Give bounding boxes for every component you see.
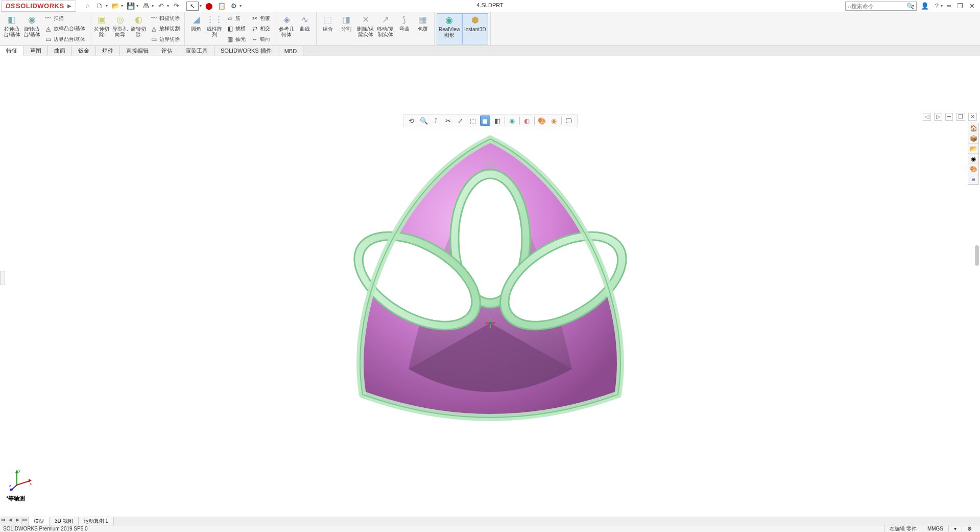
swept-cut-button[interactable]: 〰扫描切除	[149, 14, 181, 23]
extruded-boss-button[interactable]: ◧拉伸凸 台/基体	[2, 13, 22, 44]
tab-sketch[interactable]: 草图	[24, 46, 48, 56]
lofted-cut-button[interactable]: ◬放样切割	[149, 25, 181, 33]
nav-next-icon[interactable]: ▶	[14, 517, 21, 525]
combine-button[interactable]: ⬚组合	[319, 13, 337, 44]
tab-sheetmetal[interactable]: 钣金	[72, 46, 96, 56]
close-icon[interactable]: ✕	[967, 2, 977, 10]
save-icon[interactable]: 💾	[126, 2, 135, 11]
settings-icon[interactable]: ⚙	[229, 2, 238, 11]
tab-render-tools[interactable]: 渲染工具	[179, 46, 214, 56]
select-tool[interactable]: ↖	[186, 2, 199, 11]
swept-boss-button[interactable]: 〰扫描	[43, 14, 87, 23]
options-icon[interactable]: 📋	[217, 2, 226, 11]
custom-properties-icon[interactable]: ≡	[968, 174, 978, 184]
logo-expand-icon[interactable]: ▶	[67, 3, 71, 9]
tab-features[interactable]: 特征	[0, 46, 24, 56]
btn-label: Instant3D	[464, 27, 486, 32]
draft-button[interactable]: ◧拔模	[225, 25, 247, 33]
home-icon[interactable]: ⌂	[83, 2, 92, 11]
revolved-boss-button[interactable]: ◉旋转凸 台/基体	[22, 13, 42, 44]
btn-label: 扫描切除	[159, 15, 180, 22]
wrap-body-button[interactable]: ▦包覆	[414, 13, 432, 44]
doc-close-icon[interactable]: ✕	[968, 113, 977, 121]
instant3d-button[interactable]: ⬢Instant3D	[462, 13, 488, 44]
reference-geometry-button[interactable]: ◈参考几 何体	[277, 13, 296, 44]
tab-evaluate[interactable]: 评估	[155, 46, 179, 56]
user-icon[interactable]: 👤	[919, 2, 931, 10]
feature-tree-flyout-handle[interactable]	[0, 271, 5, 285]
revolved-cut-button[interactable]: ◐旋转切 除	[129, 13, 148, 44]
btn-label: 分割	[341, 26, 351, 32]
wrap-button[interactable]: ✂包覆	[250, 14, 271, 23]
status-units[interactable]: MMGS	[922, 526, 948, 531]
help-dropdown-icon[interactable]: ▾	[941, 4, 943, 8]
doc-restore-icon[interactable]: ❐	[956, 113, 965, 121]
intersect-button[interactable]: ⇄相交	[250, 25, 271, 33]
curves-button[interactable]: ∿曲线	[296, 13, 314, 44]
doc-expand-right-icon[interactable]: ▷	[934, 113, 942, 121]
design-library-icon[interactable]: 📦	[968, 133, 978, 144]
select-dropdown-icon[interactable]: ▾	[200, 4, 202, 8]
tab-direct-editing[interactable]: 直接编辑	[120, 46, 155, 56]
file-explorer-icon[interactable]: 📂	[968, 144, 978, 154]
shell-button[interactable]: ▥抽壳	[225, 35, 247, 43]
lofted-boss-button[interactable]: ◬放样凸台/基体	[43, 25, 87, 33]
restore-icon[interactable]: ❐	[955, 2, 965, 10]
nav-first-icon[interactable]: ⏮	[0, 517, 7, 525]
boundary-cut-button[interactable]: ▭边界切除	[149, 35, 181, 43]
tab-surfaces[interactable]: 曲面	[48, 46, 72, 56]
tab-weldments[interactable]: 焊件	[96, 46, 120, 56]
save-dropdown-icon[interactable]: ▾	[136, 4, 138, 8]
open-dropdown-icon[interactable]: ▾	[121, 4, 123, 8]
search-input[interactable]	[851, 3, 905, 9]
flex-button[interactable]: ⟆弯曲	[395, 13, 414, 44]
nav-last-icon[interactable]: ⏭	[21, 517, 29, 525]
print-icon[interactable]: 🖶	[141, 2, 151, 11]
boundary-boss-button[interactable]: ▭边界凸台/基体	[43, 35, 87, 43]
new-icon[interactable]: 🗋	[95, 2, 105, 11]
sw-resources-icon[interactable]: 🏠	[968, 123, 978, 133]
search-box[interactable]: ⌕ 🔍▾	[845, 2, 917, 11]
graphics-area[interactable]: ⟲ 🔍 ⤴ ✂ ⤢ ⬚ ◼ ◧ ◉ ◐ 🎨 ◉ 🖵 ◁ ▷ ━ ❐ ✕ 🏠 📦 …	[0, 56, 980, 517]
linear-pattern-button[interactable]: ⋮⋮线性阵 列	[205, 13, 224, 44]
bottom-tab-motion-study[interactable]: 运动算例 1	[79, 517, 114, 525]
draft-icon: ◧	[226, 25, 234, 33]
help-icon[interactable]: ?	[933, 2, 941, 10]
settings-dropdown-icon[interactable]: ▾	[240, 4, 242, 8]
bottom-tab-3dview[interactable]: 3D 视图	[50, 517, 79, 525]
search-dropdown-icon[interactable]: ▾	[912, 4, 914, 8]
move-copy-body-button[interactable]: ↗移动/复 制实体	[375, 13, 395, 44]
new-dropdown-icon[interactable]: ▾	[106, 4, 108, 8]
bottom-tab-model[interactable]: 模型	[29, 517, 50, 525]
status-dropdown-icon[interactable]: ▾	[948, 526, 962, 531]
mirror-button[interactable]: ↔镜向	[250, 35, 271, 43]
doc-expand-left-icon[interactable]: ◁	[923, 113, 931, 121]
rib-button[interactable]: ▱筋	[225, 14, 247, 23]
view-palette-icon[interactable]: ◉	[968, 154, 978, 164]
tab-sw-addins[interactable]: SOLIDWORKS 插件	[214, 46, 278, 56]
print-dropdown-icon[interactable]: ▾	[152, 4, 154, 8]
delete-body-button[interactable]: ✕删除/保 留实体	[355, 13, 375, 44]
search-scope-icon[interactable]: ⌕	[848, 3, 851, 9]
redo-icon[interactable]: ↷	[172, 2, 181, 11]
nav-prev-icon[interactable]: ◀	[7, 517, 14, 525]
rebuild-icon[interactable]: ⬤	[205, 2, 214, 11]
undo-dropdown-icon[interactable]: ▾	[167, 4, 169, 8]
coordinate-triad[interactable]: y x z	[9, 466, 35, 491]
realview-button[interactable]: ◉RealView 图形	[437, 13, 462, 44]
open-icon[interactable]: 📂	[111, 2, 120, 11]
app-logo[interactable]: DS SOLIDWORKS ▶	[1, 1, 76, 12]
axis-y-label: y	[18, 468, 20, 473]
fillet-button[interactable]: ◢圆角	[187, 13, 205, 44]
tab-mbd[interactable]: MBD	[278, 46, 303, 56]
menu-bar: DS SOLIDWORKS ▶ ⌂ 🗋▾ 📂▾ 💾▾ 🖶▾ ↶▾ ↷ ↖▾ ⬤ …	[0, 0, 980, 12]
undo-icon[interactable]: ↶	[157, 2, 166, 11]
vertical-scrollbar-thumb[interactable]	[975, 245, 979, 266]
hole-wizard-button[interactable]: ◎异型孔 向导	[111, 13, 129, 44]
status-customize-icon[interactable]: ⚙	[962, 526, 977, 531]
split-button[interactable]: ◨分割	[337, 13, 355, 44]
doc-minimize-icon[interactable]: ━	[945, 113, 953, 121]
extruded-cut-button[interactable]: ▣拉伸切 除	[92, 13, 111, 44]
appearances-icon[interactable]: 🎨	[968, 164, 978, 174]
minimize-icon[interactable]: ━	[945, 2, 953, 10]
